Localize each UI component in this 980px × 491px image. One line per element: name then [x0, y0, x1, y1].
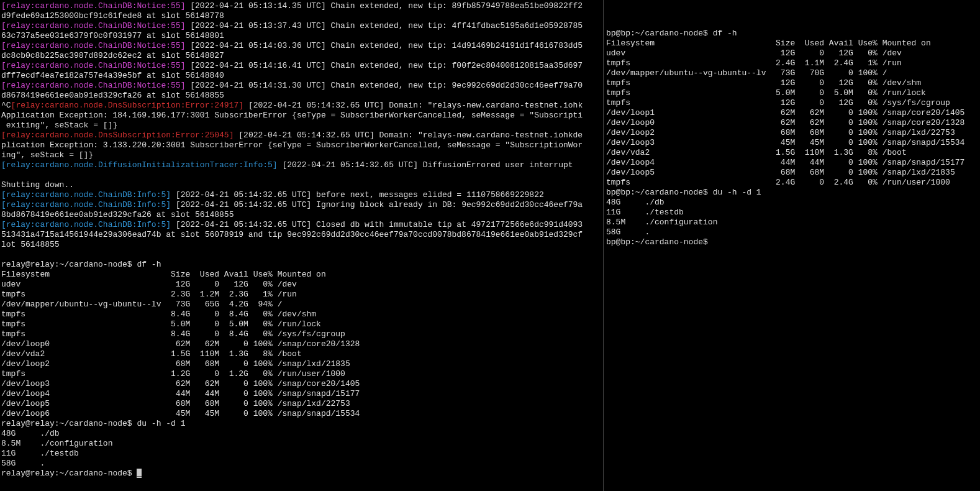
df-row: /dev/mapper/ubuntu--vg-ubuntu--lv 73G 70…: [606, 68, 887, 78]
df-row: tmpfs 1.2G 0 1.2G 0% /run/user/1000: [1, 369, 345, 379]
shell-prompt: bp@bp:~/cardano-node$ du -h -d 1: [606, 188, 761, 197]
df-header: Filesystem Size Used Avail Use% Mounted …: [606, 39, 931, 48]
log-tag: [relay:cardano.node.ChainDB:Notice:55]: [1, 1, 185, 11]
df-row: tmpfs 12G 0 12G 0% /sys/fs/cgroup: [606, 98, 950, 108]
shell-prompt: relay@relay:~/cardano-node$ df -h: [1, 260, 161, 269]
log-message: Chain extended, new tip: 14d91469b24191d…: [326, 41, 583, 50]
log-continuation: 8bd8678419e661ee0ab91ed329cfa26 at slot …: [1, 210, 234, 219]
df-row: tmpfs 8.4G 0 8.4G 0% /sys/fs/cgroup: [1, 329, 345, 339]
log-continuation: exiting", seStack = []}: [1, 121, 117, 130]
log-message: Chain extended, new tip: 4ff41fdbac5195a…: [326, 21, 583, 30]
log-timestamp: [2022-04-21 05:13:37.43 UTC]: [190, 21, 325, 30]
log-timestamp: [2022-04-21 05:14:32.65 UTC]: [238, 131, 374, 140]
df-row: tmpfs 5.0M 0 5.0M 0% /run/lock: [606, 88, 926, 98]
df-row: /dev/loop3 45M 45M 0 100% /snap/snapd/15…: [606, 138, 964, 147]
df-row: tmpfs 2.3G 1.2M 2.3G 1% /run: [1, 290, 297, 299]
log-message: Chain extended, new tip: 9ec992c69dd2d30…: [326, 81, 583, 90]
log-tag: [relay:cardano.node.ChainDB:Notice:55]: [1, 61, 185, 70]
log-timestamp: [2022-04-21 05:14:32.65 UTC]: [176, 190, 311, 200]
shell-prompt[interactable]: bp@bp:~/cardano-node$: [606, 237, 708, 247]
log-continuation: Application Exception: 184.169.196.177:3…: [1, 111, 583, 120]
df-row: udev 12G 0 12G 0% /dev: [1, 280, 297, 289]
df-row: /dev/loop1 62M 62M 0 100% /snap/core20/1…: [606, 108, 964, 117]
df-row: udev 12G 0 12G 0% /dev: [606, 48, 902, 58]
log-timestamp: [2022-04-21 05:14:32.65 UTC]: [176, 220, 311, 229]
df-row: tmpfs 2.4G 0 2.4G 0% /run/user/1000: [606, 178, 950, 187]
df-row: /dev/loop2 68M 68M 0 100% /snap/lxd/2183…: [1, 359, 350, 369]
log-message: Closed db with immutable tip at 49721772…: [311, 220, 583, 229]
log-continuation: 513431a4715a14561944e29a306ead74b at slo…: [1, 230, 583, 239]
log-continuation: dff7ecdf4ea7e182a757e4a39e5bf at slot 56…: [1, 71, 224, 80]
log-tag: [relay:cardano.node.DnsSubscription:Erro…: [1, 131, 234, 140]
log-continuation: dc8cb0c8b225ac3987d892dc62ec2 at slot 56…: [1, 51, 224, 60]
log-continuation: d9fede69a1253000bcf91c61fede8 at slot 56…: [1, 11, 224, 21]
df-row: /dev/loop0 62M 62M 0 100% /snap/core20/1…: [1, 339, 360, 349]
df-row: tmpfs 5.0M 0 5.0M 0% /run/lock: [1, 319, 321, 329]
df-row: tmpfs 8.4G 0 8.4G 0% /dev/shm: [1, 310, 316, 319]
log-timestamp: [2022-04-21 05:14:16.41 UTC]: [190, 61, 325, 70]
log-timestamp: [2022-04-21 05:13:14.35 UTC]: [190, 1, 325, 11]
df-row: /dev/mapper/ubuntu--vg-ubuntu--lv 73G 65…: [1, 300, 282, 309]
df-row: tmpfs 12G 0 12G 0% /dev/shm: [606, 78, 921, 88]
log-continuation: lot 56148855: [1, 240, 60, 249]
log-continuation: ing", seStack = []}: [1, 150, 93, 160]
df-row: /dev/loop4 44M 44M 0 100% /snap/snapd/15…: [1, 389, 360, 398]
df-row: /dev/loop4 44M 44M 0 100% /snap/snapd/15…: [606, 158, 964, 167]
log-message: Ignoring block already in DB: 9ec992c69d…: [311, 200, 583, 209]
du-row: 48G ./db: [1, 429, 60, 438]
log-message: before next, messages elided = 111075866…: [311, 190, 543, 200]
du-row: 8.5M ./configuration: [606, 218, 717, 227]
log-tag: [relay:cardano.node.ChainDB:Info:5]: [1, 200, 171, 209]
log-timestamp: [2022-04-21 05:14:32.65 UTC]: [176, 200, 311, 209]
df-header: Filesystem Size Used Avail Use% Mounted …: [1, 270, 326, 279]
df-row: /dev/loop5 68M 68M 0 100% /snap/lxd/2183…: [606, 168, 955, 177]
du-row: 48G ./db: [606, 198, 665, 207]
log-timestamp: [2022-04-21 05:14:32.65 UTC]: [283, 160, 418, 170]
du-row: 58G .: [606, 227, 650, 237]
log-timestamp: [2022-04-21 05:14:03.36 UTC]: [190, 41, 325, 50]
log-timestamp: [2022-04-21 05:14:32.65 UTC]: [248, 101, 384, 110]
log-message: Domain: "relays-new.cardano-testnet.iohk…: [374, 131, 583, 140]
df-row: /dev/loop3 62M 62M 0 100% /snap/core20/1…: [1, 379, 360, 388]
interrupt-marker: ^C: [1, 101, 11, 110]
log-continuation: 63c737a5ee031e6379f0c0f031977 at slot 56…: [1, 31, 224, 40]
log-message: Chain extended, new tip: f00f2ec80400812…: [326, 61, 583, 70]
shell-prompt: relay@relay:~/cardano-node$ du -h -d 1: [1, 419, 185, 428]
du-row: 8.5M ./configuration: [1, 439, 112, 448]
df-row: tmpfs 2.4G 1.1M 2.4G 1% /run: [606, 58, 902, 68]
log-tag: [relay:cardano.node.ChainDB:Info:5]: [1, 190, 171, 200]
log-continuation: Shutting down..: [1, 180, 74, 190]
shell-prompt: bp@bp:~/cardano-node$ df -h: [606, 29, 737, 38]
log-tag: [relay:cardano.node.ChainDB:Notice:55]: [1, 81, 185, 90]
du-row: 11G ./testdb: [1, 449, 79, 458]
log-message: Chain extended, new tip: 89fb857949788ea…: [326, 1, 583, 11]
log-message: Domain: "relays-new.cardano-testnet.iohk: [384, 101, 583, 110]
log-continuation: plication Exception: 3.133.220.20:3001 S…: [1, 140, 583, 150]
du-row: 11G ./testdb: [606, 208, 684, 217]
df-row: /dev/loop2 68M 68M 0 100% /snap/lxd/2275…: [606, 128, 955, 137]
log-tag: [relay:cardano.node.DnsSubscription:Erro…: [11, 101, 243, 110]
terminal-pane-right[interactable]: bp@bp:~/cardano-node$ df -h Filesystem S…: [604, 0, 979, 491]
log-tag: [relay:cardano.node.DiffusionInitializat…: [1, 160, 278, 170]
terminal-pane-left[interactable]: [relay:cardano.node.ChainDB:Notice:55] […: [0, 0, 604, 491]
log-tag: [relay:cardano.node.ChainDB:Notice:55]: [1, 41, 185, 50]
log-timestamp: [2022-04-21 05:14:31.30 UTC]: [190, 81, 325, 90]
df-row: /dev/loop6 45M 45M 0 100% /snap/snapd/15…: [1, 409, 360, 418]
cursor: _: [137, 469, 142, 478]
du-row: 58G .: [1, 459, 45, 468]
df-row: /dev/vda2 1.5G 110M 1.3G 8% /boot: [606, 148, 907, 157]
df-row: /dev/loop0 62M 62M 0 100% /snap/core20/1…: [606, 118, 964, 127]
log-continuation: d8678419e661ee0ab91ed329cfa26 at slot 56…: [1, 91, 224, 100]
df-row: /dev/vda2 1.5G 110M 1.3G 8% /boot: [1, 349, 302, 359]
shell-prompt[interactable]: relay@relay:~/cardano-node$: [1, 469, 137, 478]
log-tag: [relay:cardano.node.ChainDB:Notice:55]: [1, 21, 185, 30]
df-row: /dev/loop5 68M 68M 0 100% /snap/lxd/2275…: [1, 399, 350, 408]
log-message: DiffusionErrored user interrupt: [418, 160, 573, 170]
log-tag: [relay:cardano.node.ChainDB:Info:5]: [1, 220, 171, 229]
